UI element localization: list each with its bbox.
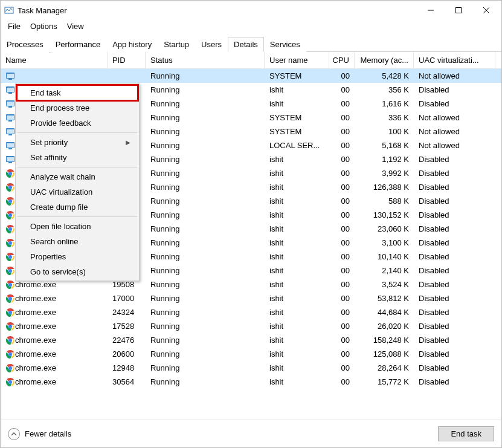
column-header-mem[interactable]: Memory (ac... xyxy=(355,52,414,68)
cell-cpu: 00 xyxy=(329,319,355,333)
cell-uac: Disabled xyxy=(414,83,495,97)
cell-name: chrome.exe xyxy=(1,347,108,361)
chrome-icon xyxy=(5,183,15,192)
cell-name: chrome.exe xyxy=(1,333,108,347)
cell-status: Running xyxy=(146,69,265,83)
menu-bar: FileOptionsView xyxy=(1,20,501,35)
svg-rect-7 xyxy=(8,79,12,80)
cell-uac: Disabled xyxy=(414,250,495,264)
cell-status: Running xyxy=(146,125,265,138)
cell-user: ishit xyxy=(265,194,329,208)
fewer-details-label: Fewer details xyxy=(25,429,71,438)
cell-cpu: 00 xyxy=(329,180,355,194)
cell-uac: Disabled xyxy=(414,319,495,333)
maximize-button[interactable] xyxy=(445,1,472,19)
cell-status: Running xyxy=(146,152,265,166)
tab-users[interactable]: Users xyxy=(195,37,228,52)
fewer-details-button[interactable]: Fewer details xyxy=(8,428,71,440)
context-menu: End taskEnd process treeProvide feedback… xyxy=(15,83,140,281)
cell-user: SYSTEM xyxy=(265,111,329,125)
cell-mem: 3,524 K xyxy=(355,278,414,291)
table-row[interactable]: chrome.exe24324Runningishit0044,684 KDis… xyxy=(1,305,501,319)
cell-mem: 588 K xyxy=(355,194,414,208)
chrome-icon xyxy=(5,224,15,234)
cell-user: ishit xyxy=(265,208,329,222)
minimize-button[interactable] xyxy=(417,1,445,19)
sort-asc-icon: ˄ xyxy=(49,52,52,57)
table-row[interactable]: RunningSYSTEM005,428 KNot allowed xyxy=(1,69,501,83)
cell-status: Running xyxy=(146,97,265,111)
cell-mem: 3,100 K xyxy=(355,236,414,250)
context-item-provide-feedback[interactable]: Provide feedback xyxy=(17,115,138,131)
cell-mem: 26,020 K xyxy=(355,319,414,333)
cell-cpu: 00 xyxy=(329,222,355,236)
tab-bar: ProcessesPerformanceApp historyStartupUs… xyxy=(1,35,501,52)
chrome-icon xyxy=(5,210,15,220)
context-item-set-affinity[interactable]: Set affinity xyxy=(17,150,138,165)
cell-status: Running xyxy=(146,111,265,125)
column-header-uac[interactable]: UAC virtualizati... xyxy=(414,52,495,68)
chrome-icon xyxy=(5,238,15,248)
context-item-label: UAC virtualization xyxy=(30,187,92,196)
table-row[interactable]: chrome.exe30564Runningishit0015,772 KDis… xyxy=(1,375,501,389)
cell-user: ishit xyxy=(265,166,329,180)
cell-uac: Disabled xyxy=(414,222,495,236)
tab-details[interactable]: Details xyxy=(228,37,264,52)
cell-uac: Disabled xyxy=(414,333,495,347)
context-item-end-process-tree[interactable]: End process tree xyxy=(17,100,138,115)
column-header-pid[interactable]: PID xyxy=(108,52,146,68)
context-item-open-file-location[interactable]: Open file location xyxy=(17,219,138,234)
cell-pid xyxy=(108,69,146,83)
table-row[interactable]: chrome.exe17000Runningishit0053,812 KDis… xyxy=(1,291,501,305)
table-row[interactable]: chrome.exe12948Runningishit0028,264 KDis… xyxy=(1,361,501,375)
column-header-cpu[interactable]: CPU xyxy=(329,52,355,68)
cell-user: ishit xyxy=(265,278,329,291)
cell-uac: Disabled xyxy=(414,305,495,319)
column-header-label: UAC virtualizati... xyxy=(419,56,479,65)
close-button[interactable] xyxy=(472,1,500,19)
context-item-label: Search online xyxy=(30,237,79,246)
table-row[interactable]: chrome.exe22476Runningishit00158,248 KDi… xyxy=(1,333,501,347)
menu-item-view[interactable]: View xyxy=(62,20,89,33)
chevron-up-icon xyxy=(8,428,20,440)
process-name-label: chrome.exe xyxy=(15,322,56,331)
column-header-user[interactable]: User name xyxy=(265,52,329,68)
cell-uac: Disabled xyxy=(414,278,495,291)
svg-rect-24 xyxy=(7,157,14,161)
context-item-go-to-service-s-[interactable]: Go to service(s) xyxy=(17,264,138,279)
context-item-label: End process tree xyxy=(30,103,89,112)
footer-bar: Fewer details End task xyxy=(1,420,501,447)
context-item-label: Create dump file xyxy=(30,203,88,212)
cell-cpu: 00 xyxy=(329,236,355,250)
cell-status: Running xyxy=(146,194,265,208)
tab-performance[interactable]: Performance xyxy=(50,37,106,52)
end-task-button[interactable]: End task xyxy=(438,426,494,441)
context-item-label: End task xyxy=(30,88,61,97)
cell-name: chrome.exe xyxy=(1,291,108,305)
svg-rect-25 xyxy=(8,162,12,163)
menu-item-file[interactable]: File xyxy=(3,20,25,33)
cell-user: SYSTEM xyxy=(265,125,329,138)
cell-status: Running xyxy=(146,222,265,236)
cell-user: ishit xyxy=(265,236,329,250)
context-item-search-online[interactable]: Search online xyxy=(17,234,138,249)
column-header-name[interactable]: Name˄ xyxy=(1,52,108,68)
menu-item-options[interactable]: Options xyxy=(25,20,62,33)
context-item-create-dump-file[interactable]: Create dump file xyxy=(17,200,138,215)
tab-app-history[interactable]: App history xyxy=(106,37,158,52)
cell-status: Running xyxy=(146,305,265,319)
context-item-end-task[interactable]: End task xyxy=(17,85,138,100)
table-row[interactable]: chrome.exe20600Runningishit00125,088 KDi… xyxy=(1,347,501,361)
column-header-status[interactable]: Status xyxy=(146,52,265,68)
tab-startup[interactable]: Startup xyxy=(158,37,195,52)
context-item-set-priority[interactable]: Set priority▶ xyxy=(17,135,138,150)
table-row[interactable]: chrome.exe17528Runningishit0026,020 KDis… xyxy=(1,319,501,333)
context-item-properties[interactable]: Properties xyxy=(17,249,138,264)
column-header-label: Status xyxy=(150,56,173,65)
svg-rect-10 xyxy=(8,93,12,94)
cell-status: Running xyxy=(146,264,265,278)
tab-services[interactable]: Services xyxy=(264,37,306,52)
tab-processes[interactable]: Processes xyxy=(1,37,50,52)
app-icon xyxy=(5,71,15,81)
context-item-analyze-wait-chain[interactable]: Analyze wait chain xyxy=(17,169,138,184)
